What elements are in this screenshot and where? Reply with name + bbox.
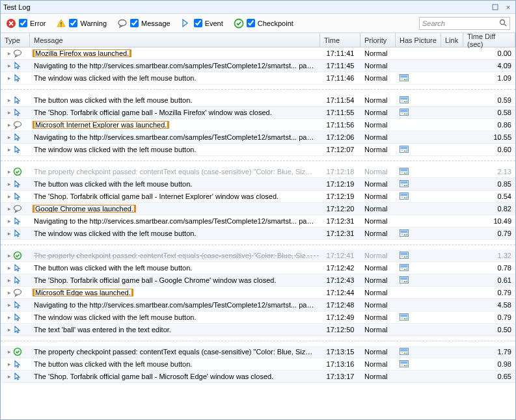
col-time[interactable]: Time bbox=[320, 33, 360, 47]
col-link[interactable]: Link bbox=[441, 33, 463, 47]
log-time: 17:11:45 bbox=[320, 62, 360, 70]
log-row[interactable]: ▸The window was clicked with the left mo… bbox=[1, 72, 515, 85]
cursor-icon bbox=[12, 95, 23, 105]
log-time: 17:12:49 bbox=[320, 313, 360, 321]
col-timediff[interactable]: Time Diff (sec) bbox=[463, 33, 515, 47]
log-picture bbox=[396, 264, 441, 272]
log-message: Google Chrome was launched. bbox=[30, 205, 320, 213]
log-row[interactable]: ▸The button was clicked with the left mo… bbox=[1, 358, 515, 371]
minimize-button[interactable] bbox=[491, 3, 500, 12]
log-picture bbox=[396, 230, 441, 238]
log-row[interactable]: ▸Navigating to the http://services.smart… bbox=[1, 299, 515, 311]
svg-point-31 bbox=[401, 196, 403, 198]
log-row[interactable]: ▸The window was clicked with the left mo… bbox=[1, 228, 515, 240]
svg-point-32 bbox=[14, 205, 21, 211]
svg-rect-10 bbox=[401, 75, 408, 77]
log-row[interactable]: ▸The 'Shop. Torfabrik official game ball… bbox=[1, 190, 515, 203]
svg-rect-55 bbox=[401, 361, 408, 363]
svg-rect-16 bbox=[401, 109, 408, 112]
cursor-icon bbox=[12, 371, 23, 382]
checkpoint-icon bbox=[234, 18, 244, 29]
log-diff: 1.79 bbox=[463, 348, 515, 356]
close-button[interactable]: × bbox=[504, 3, 513, 12]
log-diff: 4.09 bbox=[463, 62, 515, 70]
log-row[interactable]: ▸Google Chrome was launched.17:12:20Norm… bbox=[1, 203, 515, 215]
log-row[interactable]: ▸The button was clicked with the left mo… bbox=[1, 178, 515, 190]
message-icon bbox=[12, 203, 23, 214]
col-message[interactable]: Message bbox=[30, 33, 320, 47]
warning-checkbox[interactable] bbox=[69, 19, 77, 27]
log-row[interactable]: ▸The 'Shop. Torfabrik official game ball… bbox=[1, 107, 515, 119]
log-priority: Normal bbox=[360, 62, 396, 70]
search-placeholder: Search bbox=[422, 20, 445, 27]
log-row[interactable]: ▸Microsoft Internet Explorer was launche… bbox=[1, 119, 515, 131]
log-diff: 1.32 bbox=[463, 252, 515, 259]
log-row[interactable]: ▸The text 'ball' was entered in the text… bbox=[1, 324, 515, 336]
log-row[interactable]: ▸Navigating to the http://services.smart… bbox=[1, 60, 515, 72]
log-time: 17:12:42 bbox=[320, 264, 360, 272]
col-type[interactable]: Type bbox=[1, 33, 30, 47]
log-diff: 0.58 bbox=[463, 109, 515, 116]
log-row[interactable]: ▸The 'Shop. Torfabrik official game ball… bbox=[1, 274, 515, 287]
svg-point-14 bbox=[401, 100, 403, 101]
filter-error[interactable]: Error bbox=[6, 18, 46, 29]
log-row[interactable]: ▸The property checkpoint passed: content… bbox=[1, 250, 515, 262]
log-message: Microsoft Internet Explorer was launched… bbox=[30, 121, 320, 129]
log-row[interactable]: ▸Mozilla Firefox was launched.17:11:41No… bbox=[1, 47, 515, 60]
col-priority[interactable]: Priority bbox=[360, 33, 396, 47]
log-row[interactable]: ▸The property checkpoint passed: content… bbox=[1, 166, 515, 178]
log-row[interactable]: ▸The property checkpoint passed: content… bbox=[1, 346, 515, 358]
search-input[interactable]: Search bbox=[419, 17, 510, 30]
event-checkbox[interactable] bbox=[194, 19, 202, 27]
log-row[interactable]: ▸The button was clicked with the left mo… bbox=[1, 94, 515, 107]
cursor-icon bbox=[12, 179, 23, 189]
log-row[interactable]: ▸Microsoft Edge was launched.17:12:44Nor… bbox=[1, 287, 515, 299]
svg-point-42 bbox=[401, 268, 403, 269]
log-row[interactable]: ▸The window was clicked with the left mo… bbox=[1, 311, 515, 324]
log-priority: Normal bbox=[360, 168, 396, 176]
log-row[interactable]: ▸Navigating to the http://services.smart… bbox=[1, 215, 515, 228]
col-haspicture[interactable]: Has Picture bbox=[396, 33, 441, 47]
log-time: 17:11:41 bbox=[320, 49, 360, 57]
event-icon bbox=[181, 18, 191, 29]
log-message: Navigating to the http://services.smartb… bbox=[30, 133, 320, 141]
log-row[interactable]: ▸The 'Shop. Torfabrik official game ball… bbox=[1, 371, 515, 383]
checkpoint-checkbox[interactable] bbox=[247, 19, 255, 27]
log-priority: Normal bbox=[360, 180, 396, 188]
log-time: 17:12:31 bbox=[320, 217, 360, 225]
filter-event[interactable]: Event bbox=[181, 18, 223, 29]
svg-rect-44 bbox=[401, 277, 408, 280]
svg-point-53 bbox=[401, 352, 403, 353]
log-picture bbox=[396, 276, 441, 285]
log-message: The button was clicked with the left mou… bbox=[30, 96, 320, 104]
log-diff: 10.49 bbox=[463, 217, 515, 225]
log-priority: Normal bbox=[360, 121, 396, 129]
filter-message[interactable]: Message bbox=[117, 18, 170, 29]
log-time: 17:12:48 bbox=[320, 301, 360, 309]
log-priority: Normal bbox=[360, 326, 396, 334]
log-picture bbox=[396, 192, 441, 201]
svg-rect-27 bbox=[401, 181, 408, 183]
log-priority: Normal bbox=[360, 96, 396, 104]
log-diff: 0.79 bbox=[463, 289, 515, 296]
log-diff: 0.85 bbox=[463, 180, 515, 188]
cursor-icon bbox=[12, 60, 23, 71]
log-priority: Normal bbox=[360, 373, 396, 380]
log-row[interactable]: ▸The window was clicked with the left mo… bbox=[1, 144, 515, 156]
log-picture bbox=[396, 360, 441, 369]
svg-rect-20 bbox=[401, 146, 408, 149]
message-checkbox[interactable] bbox=[130, 19, 139, 27]
filter-warning[interactable]: Warning bbox=[56, 18, 107, 29]
filter-checkpoint[interactable]: Checkpoint bbox=[234, 18, 293, 29]
error-checkbox[interactable] bbox=[19, 19, 27, 27]
grid-body: ▸Mozilla Firefox was launched.17:11:41No… bbox=[1, 47, 515, 383]
log-time: 17:12:18 bbox=[320, 168, 360, 176]
log-row[interactable]: ▸The button was clicked with the left mo… bbox=[1, 262, 515, 274]
checkpoint-icon bbox=[12, 347, 23, 357]
log-row[interactable]: ▸Navigating to the http://services.smart… bbox=[1, 131, 515, 144]
log-time: 17:12:43 bbox=[320, 276, 360, 284]
message-icon bbox=[12, 120, 23, 130]
filter-label: Error bbox=[30, 20, 46, 27]
search-icon bbox=[499, 19, 507, 28]
grid-header: Type Message Time Priority Has Picture L… bbox=[1, 33, 515, 47]
